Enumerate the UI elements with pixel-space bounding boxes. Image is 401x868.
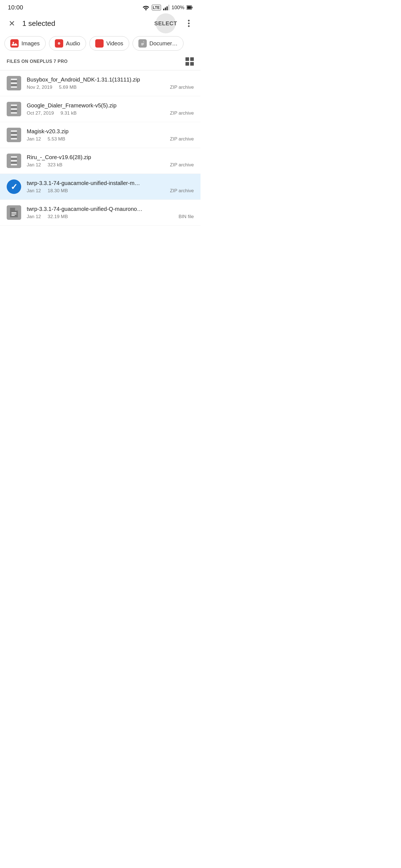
category-tabs: Images Audio Videos <box>0 33 200 55</box>
file-details: Magisk-v20.3.zip Jan 12 5.53 MB ZIP arch… <box>27 128 194 142</box>
status-bar: 10:00 LTE 100% <box>0 0 200 14</box>
docs-tab-label: Documer… <box>149 40 178 47</box>
docs-tab-icon <box>138 39 147 48</box>
select-button-wrap[interactable]: SELECT <box>153 20 178 27</box>
svg-point-7 <box>188 20 190 22</box>
close-button[interactable]: ✕ <box>6 17 18 30</box>
file-details: twrp-3.3.1-74-guacamole-unified-installe… <box>27 180 194 194</box>
battery-percentage: 100% <box>172 5 184 10</box>
status-time: 10:00 <box>8 4 23 11</box>
file-size: 32.19 MB <box>48 214 68 219</box>
zip-stripes <box>11 104 17 114</box>
svg-rect-15 <box>96 41 101 45</box>
file-details: Riru_-_Core-v19.6(28).zip Jan 12 323 kB … <box>27 154 194 168</box>
section-title: FILES ON ONEPLUS 7 PRO <box>7 59 68 64</box>
file-item[interactable]: Riru_-_Core-v19.6(28).zip Jan 12 323 kB … <box>0 148 200 174</box>
svg-point-9 <box>188 25 190 27</box>
file-name: Busybox_for_Android_NDK-1.31.1(13111).zi… <box>27 76 194 83</box>
tab-audio[interactable]: Audio <box>49 36 86 51</box>
file-icon-zip <box>7 154 21 168</box>
svg-rect-18 <box>141 45 143 45</box>
file-type: ZIP archive <box>170 188 194 194</box>
file-item[interactable]: twrp-3.3.1-74-guacamole-unified-Q-mauron… <box>0 200 200 226</box>
file-meta: Jan 12 18.30 MB ZIP archive <box>27 188 194 194</box>
videos-tab-icon <box>95 39 104 48</box>
file-type: ZIP archive <box>170 85 194 90</box>
file-size: 5.69 MB <box>59 85 77 90</box>
file-icon-zip <box>7 102 21 116</box>
file-details: twrp-3.3.1-74-guacamole-unified-Q-mauron… <box>27 206 194 219</box>
file-date: Jan 12 <box>27 214 41 219</box>
file-name: twrp-3.3.1-74-guacamole-unified-Q-mauron… <box>27 206 194 212</box>
wifi-icon <box>142 5 149 10</box>
file-type: BIN file <box>178 214 194 219</box>
file-type: ZIP archive <box>170 111 194 116</box>
svg-point-11 <box>13 42 14 43</box>
toolbar: ✕ 1 selected SELECT <box>0 14 200 33</box>
svg-rect-23 <box>11 212 17 213</box>
videos-tab-label: Videos <box>106 40 123 47</box>
file-item-selected[interactable]: ✓ twrp-3.3.1-74-guacamole-unified-instal… <box>0 174 200 200</box>
lte-icon: LTE <box>152 5 161 10</box>
close-icon: ✕ <box>9 19 15 28</box>
file-icon-zip <box>7 76 21 90</box>
file-type: ZIP archive <box>170 162 194 168</box>
svg-rect-3 <box>168 5 169 10</box>
file-size: 323 kB <box>48 162 62 168</box>
file-icon-doc <box>7 205 21 220</box>
file-item[interactable]: Busybox_for_Android_NDK-1.31.1(13111).zi… <box>0 70 200 96</box>
file-type: ZIP archive <box>170 136 194 142</box>
grid-icon <box>185 57 194 66</box>
svg-rect-2 <box>167 6 168 10</box>
svg-rect-25 <box>11 215 15 216</box>
svg-rect-16 <box>141 43 144 44</box>
images-tab-icon <box>10 39 19 48</box>
svg-rect-6 <box>187 6 191 9</box>
svg-point-14 <box>58 43 59 44</box>
file-name: Google_Dialer_Framework-v5(5).zip <box>27 102 194 109</box>
svg-rect-5 <box>192 7 193 8</box>
selected-count-label: 1 selected <box>22 19 149 28</box>
more-icon <box>188 20 190 27</box>
svg-rect-0 <box>163 9 164 10</box>
tab-documents[interactable]: Documer… <box>133 36 183 51</box>
images-tab-label: Images <box>22 40 40 47</box>
file-size: 9.31 kB <box>60 111 77 116</box>
file-meta: Jan 12 323 kB ZIP archive <box>27 162 194 168</box>
checkmark-icon: ✓ <box>10 182 18 192</box>
file-date: Jan 12 <box>27 188 41 194</box>
file-meta: Nov 2, 2019 5.69 MB ZIP archive <box>27 85 194 90</box>
zip-stripes <box>11 130 17 140</box>
file-name: Riru_-_Core-v19.6(28).zip <box>27 154 194 160</box>
file-item[interactable]: Magisk-v20.3.zip Jan 12 5.53 MB ZIP arch… <box>0 122 200 148</box>
more-options-button[interactable] <box>183 17 195 30</box>
audio-tab-icon <box>55 39 63 48</box>
svg-rect-20 <box>190 57 194 61</box>
tab-videos[interactable]: Videos <box>89 36 129 51</box>
svg-rect-24 <box>11 214 17 215</box>
zip-stripes <box>11 156 17 165</box>
tab-images[interactable]: Images <box>4 36 46 51</box>
select-button-label[interactable]: SELECT <box>153 18 178 29</box>
doc-icon <box>10 208 18 217</box>
section-header: FILES ON ONEPLUS 7 PRO <box>0 55 200 70</box>
signal-icon <box>163 5 169 10</box>
file-item[interactable]: Google_Dialer_Framework-v5(5).zip Oct 27… <box>0 96 200 122</box>
file-size: 5.53 MB <box>48 136 65 142</box>
audio-tab-label: Audio <box>66 40 80 47</box>
file-details: Google_Dialer_Framework-v5(5).zip Oct 27… <box>27 102 194 116</box>
file-meta: Jan 12 5.53 MB ZIP archive <box>27 136 194 142</box>
svg-rect-21 <box>185 62 189 66</box>
grid-view-toggle[interactable] <box>185 57 194 66</box>
svg-rect-17 <box>141 44 144 44</box>
svg-rect-22 <box>190 62 194 66</box>
file-list: Busybox_for_Android_NDK-1.31.1(13111).zi… <box>0 70 200 226</box>
zip-stripes <box>11 79 17 88</box>
file-date: Jan 12 <box>27 136 41 142</box>
file-icon-checked: ✓ <box>7 180 21 194</box>
svg-rect-1 <box>165 7 166 10</box>
file-size: 18.30 MB <box>48 188 68 194</box>
file-icon-zip <box>7 128 21 142</box>
file-name: Magisk-v20.3.zip <box>27 128 194 135</box>
file-meta: Oct 27, 2019 9.31 kB ZIP archive <box>27 111 194 116</box>
